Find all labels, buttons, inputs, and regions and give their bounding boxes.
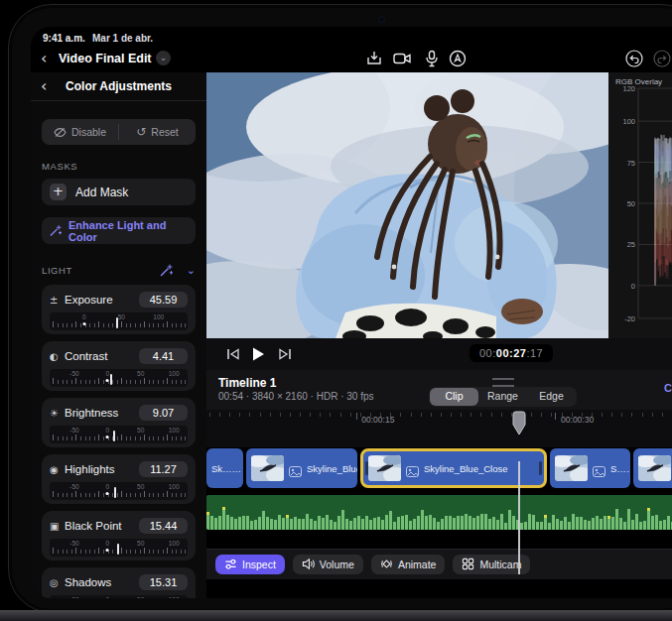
clip-name: S…… <box>610 463 630 474</box>
param-card-highlights: ◉Highlights11.27-50050100 <box>42 454 196 504</box>
param-slider[interactable]: -50050100 <box>50 482 188 500</box>
param-name: Black Point <box>65 520 139 532</box>
front-camera <box>378 16 385 23</box>
clip-Sk……[interactable]: Sk…… <box>206 448 243 488</box>
masks-section-label: MASKS <box>42 161 196 172</box>
scope-tick-label: 75 <box>627 158 635 167</box>
trim-handle-right[interactable] <box>539 461 542 475</box>
speaker-icon <box>302 558 315 572</box>
camera-icon[interactable] <box>392 50 412 67</box>
skip-back-icon[interactable] <box>224 346 242 362</box>
photo-icon <box>289 463 302 474</box>
slider-cursor[interactable] <box>116 317 118 328</box>
skip-forward-icon[interactable] <box>276 346 294 362</box>
slider-cursor[interactable] <box>113 431 115 441</box>
disable-button[interactable]: Disable <box>42 119 118 145</box>
connect-button-partial[interactable]: C <box>664 382 672 394</box>
title-bar: ‹ Video Final Edit ⌄ <box>31 47 672 72</box>
timecode-minsec: 00:27 <box>496 347 527 359</box>
param-slider[interactable]: 050100 <box>50 312 188 330</box>
clip-thumbnail <box>251 455 284 481</box>
tab-range[interactable]: Range <box>478 388 527 406</box>
slider-cursor[interactable] <box>117 544 119 555</box>
param-slider[interactable]: -50050100 <box>50 539 188 557</box>
playhead-line[interactable] <box>518 461 520 574</box>
annotate-icon[interactable] <box>448 50 468 67</box>
color-adjustments-panel: ‹ Color Adjustments Disable ↺ <box>31 72 206 598</box>
project-menu-chevron-icon[interactable]: ⌄ <box>156 51 171 65</box>
button-label: Animate <box>398 559 437 570</box>
slider-cursor[interactable] <box>114 487 116 498</box>
slider-tick-label: -50 <box>69 483 78 490</box>
volume-button[interactable]: Volume <box>293 555 363 574</box>
import-icon[interactable] <box>364 50 384 67</box>
timecode-display[interactable]: 00:00:27:17 <box>470 344 553 362</box>
param-value-field[interactable]: 9.07 <box>139 405 188 421</box>
undo-icon[interactable] <box>624 50 644 67</box>
microphone-icon[interactable] <box>422 50 442 67</box>
slider-tick-label: 100 <box>169 540 180 547</box>
slider-tick-label: -50 <box>69 427 78 434</box>
inspect-button[interactable]: Inspect <box>215 555 285 574</box>
slider-tick-label: 50 <box>137 483 144 490</box>
slider-tick-label: 0 <box>106 427 110 434</box>
slider-tick-label: -50 <box>69 540 78 547</box>
slider-default-dot <box>106 379 109 382</box>
scope-tick-label: 50 <box>627 199 635 208</box>
contrast-icon: ◐ <box>50 351 65 362</box>
timeline-toolbar: InspectVolumeAnimateMulticam <box>206 549 672 579</box>
project-title[interactable]: Video Final Edit <box>59 52 152 65</box>
clip-partial-4[interactable] <box>633 448 672 488</box>
slider-tick-label: 50 <box>137 596 144 598</box>
collapse-chevron-icon[interactable]: ⌄ <box>187 264 196 277</box>
redo-icon[interactable] <box>652 50 672 67</box>
add-mask-button[interactable]: + Add Mask <box>42 179 196 205</box>
param-value-field[interactable]: 15.44 <box>139 518 188 534</box>
disable-label: Disable <box>71 126 106 138</box>
reset-button[interactable]: ↺ Reset <box>119 119 196 145</box>
param-card-contrast: ◐Contrast4.41-50050100 <box>42 341 196 391</box>
param-slider[interactable]: -50050100 <box>50 369 188 387</box>
param-value-field[interactable]: 11.27 <box>139 461 188 477</box>
slider-tick-label: 50 <box>137 370 144 377</box>
param-value-field[interactable]: 4.41 <box>139 348 188 364</box>
animate-button[interactable]: Animate <box>371 555 446 574</box>
play-icon[interactable] <box>250 346 266 362</box>
photo-icon <box>406 463 419 474</box>
clip-name: Skyline_Blue_Close <box>424 463 508 474</box>
auto-enhance-icon[interactable] <box>160 264 173 277</box>
transport-bar: 00:00:27:17 <box>206 338 672 371</box>
panel-drag-handle[interactable] <box>492 378 514 387</box>
timeline-ruler[interactable]: 00:00:1500:00:30 <box>206 410 672 447</box>
timeline-info: 00:54 · 3840 × 2160 · HDR · 30 fps <box>218 391 373 402</box>
trim-handle-left[interactable] <box>365 461 368 475</box>
back-icon[interactable]: ‹ <box>41 49 47 68</box>
slider-default-dot <box>106 492 109 495</box>
enhance-button[interactable]: Enhance Light and Color <box>42 217 196 244</box>
slider-cursor[interactable] <box>110 374 112 385</box>
param-value-field[interactable]: 15.31 <box>139 574 188 590</box>
audio-track[interactable] <box>206 495 672 530</box>
slider-tick-label: 50 <box>137 540 144 547</box>
screenshot-root: 9:41 a.m. Mar 1 de abr. ‹ Video Final Ed… <box>0 0 672 621</box>
reset-label: Reset <box>151 126 178 138</box>
video-viewer[interactable] <box>206 72 608 338</box>
playhead-handle[interactable] <box>512 411 526 440</box>
param-name: Shadows <box>65 576 139 588</box>
enhance-label: Enhance Light and Color <box>68 219 188 243</box>
tab-edge[interactable]: Edge <box>527 388 576 406</box>
plus-icon: + <box>50 184 67 200</box>
clip-S……[interactable]: S…… <box>550 448 630 488</box>
tab-clip[interactable]: Clip <box>430 388 478 406</box>
param-slider[interactable]: -50050100 <box>50 595 188 598</box>
clip-Skyline_Blue_Wide[interactable]: Skyline_Blue_Wide <box>246 448 357 488</box>
status-bar: 9:41 a.m. Mar 1 de abr. <box>31 27 672 47</box>
param-slider[interactable]: -50050100 <box>50 426 188 443</box>
slider-default-dot <box>106 549 109 552</box>
param-name: Brightness <box>65 407 139 419</box>
param-card-black-point: ▣Black Point15.44-50050100 <box>42 511 196 560</box>
slider-tick-label: 100 <box>169 596 180 598</box>
light-section-header: LIGHT ⌄ <box>42 264 196 277</box>
scope-waveform <box>608 72 672 338</box>
param-value-field[interactable]: 45.59 <box>139 292 188 308</box>
